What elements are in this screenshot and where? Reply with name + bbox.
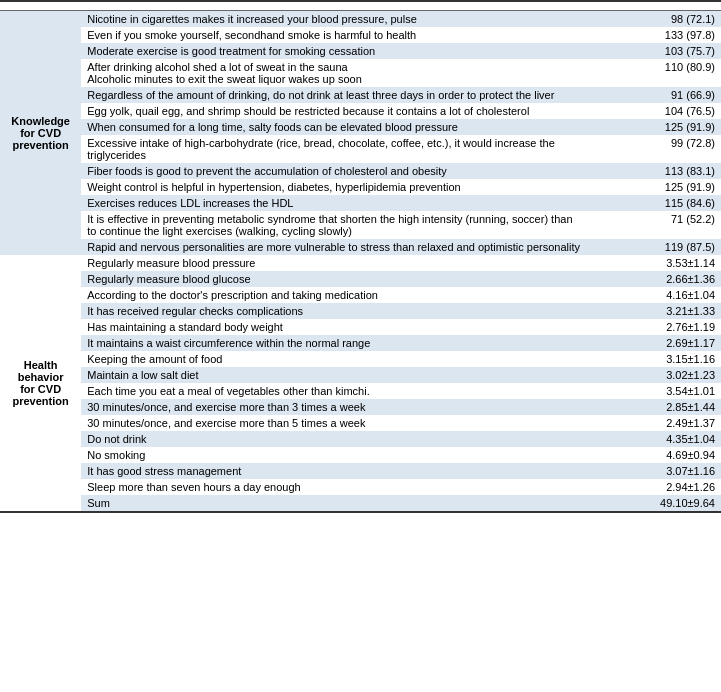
category-cell: Sum [81,495,629,512]
value-cell: 104 (76.5) [630,103,721,119]
value-cell: 113 (83.1) [630,163,721,179]
value-cell: 3.02±1.23 [630,367,721,383]
category-cell: It has good stress management [81,463,629,479]
table-row: Health behavior for CVD preventionRegula… [0,255,721,271]
table-row: Do not drink4.35±1.04 [0,431,721,447]
category-cell: Regardless of the amount of drinking, do… [81,87,629,103]
table-row: Knowledge for CVD preventionNicotine in … [0,11,721,28]
category-cell: Do not drink [81,431,629,447]
table-row: Sleep more than seven hours a day enough… [0,479,721,495]
value-cell: 2.94±1.26 [630,479,721,495]
value-cell: 2.85±1.44 [630,399,721,415]
header-n-or-m [630,1,721,11]
category-cell: It maintains a waist circumference withi… [81,335,629,351]
category-cell: Regularly measure blood pressure [81,255,629,271]
category-cell: Egg yolk, quail egg, and shrimp should b… [81,103,629,119]
value-cell: 91 (66.9) [630,87,721,103]
header-categories [81,1,629,11]
value-cell: 2.69±1.17 [630,335,721,351]
category-cell: Keeping the amount of food [81,351,629,367]
value-cell: 103 (75.7) [630,43,721,59]
category-cell: Weight control is helpful in hypertensio… [81,179,629,195]
category-cell: 30 minutes/once, and exercise more than … [81,415,629,431]
category-cell: Fiber foods is good to prevent the accum… [81,163,629,179]
table-row: Maintain a low salt diet3.02±1.23 [0,367,721,383]
table-row: Rapid and nervous personalities are more… [0,239,721,255]
table-row: Each time you eat a meal of vegetables o… [0,383,721,399]
category-cell: After drinking alcohol shed a lot of swe… [81,59,629,87]
table-row: It maintains a waist circumference withi… [0,335,721,351]
table-row: Regularly measure blood glucose2.66±1.36 [0,271,721,287]
table-row: Egg yolk, quail egg, and shrimp should b… [0,103,721,119]
value-cell: 119 (87.5) [630,239,721,255]
table-row: It is effective in preventing metabolic … [0,211,721,239]
value-cell: 4.69±0.94 [630,447,721,463]
value-cell: 71 (52.2) [630,211,721,239]
table-row: 30 minutes/once, and exercise more than … [0,415,721,431]
data-table: Knowledge for CVD preventionNicotine in … [0,0,721,513]
header-variables [0,1,81,11]
category-cell: Moderate exercise is good treatment for … [81,43,629,59]
table-row: Regardless of the amount of drinking, do… [0,87,721,103]
table-row: According to the doctor's prescription a… [0,287,721,303]
table-row: Moderate exercise is good treatment for … [0,43,721,59]
value-cell: 133 (97.8) [630,27,721,43]
table-row: Has maintaining a standard body weight2.… [0,319,721,335]
category-cell: Sleep more than seven hours a day enough [81,479,629,495]
category-cell: Exercises reduces LDL increases the HDL [81,195,629,211]
category-cell: Excessive intake of high-carbohydrate (r… [81,135,629,163]
value-cell: 125 (91.9) [630,179,721,195]
value-cell: 49.10±9.64 [630,495,721,512]
category-cell: Has maintaining a standard body weight [81,319,629,335]
table-row: It has received regular checks complicat… [0,303,721,319]
category-cell: Nicotine in cigarettes makes it increase… [81,11,629,28]
value-cell: 99 (72.8) [630,135,721,163]
value-cell: 125 (91.9) [630,119,721,135]
value-cell: 3.53±1.14 [630,255,721,271]
value-cell: 2.49±1.37 [630,415,721,431]
table-row: Weight control is helpful in hypertensio… [0,179,721,195]
table-row: Fiber foods is good to prevent the accum… [0,163,721,179]
value-cell: 3.07±1.16 [630,463,721,479]
category-cell: It has received regular checks complicat… [81,303,629,319]
table-row: Exercises reduces LDL increases the HDL1… [0,195,721,211]
category-cell: Even if you smoke yourself, secondhand s… [81,27,629,43]
category-cell: When consumed for a long time, salty foo… [81,119,629,135]
category-cell: 30 minutes/once, and exercise more than … [81,399,629,415]
table-row: After drinking alcohol shed a lot of swe… [0,59,721,87]
value-cell: 2.76±1.19 [630,319,721,335]
category-cell: It is effective in preventing metabolic … [81,211,629,239]
table-row: Even if you smoke yourself, secondhand s… [0,27,721,43]
table-row: Excessive intake of high-carbohydrate (r… [0,135,721,163]
table-row: 30 minutes/once, and exercise more than … [0,399,721,415]
table-row: No smoking4.69±0.94 [0,447,721,463]
variable-cell: Health behavior for CVD prevention [0,255,81,512]
table-row: Sum49.10±9.64 [0,495,721,512]
value-cell: 3.15±1.16 [630,351,721,367]
category-cell: No smoking [81,447,629,463]
category-cell: Regularly measure blood glucose [81,271,629,287]
category-cell: Maintain a low salt diet [81,367,629,383]
value-cell: 98 (72.1) [630,11,721,28]
table-row: Keeping the amount of food3.15±1.16 [0,351,721,367]
value-cell: 115 (84.6) [630,195,721,211]
category-cell: According to the doctor's prescription a… [81,287,629,303]
value-cell: 3.21±1.33 [630,303,721,319]
table-row: When consumed for a long time, salty foo… [0,119,721,135]
value-cell: 2.66±1.36 [630,271,721,287]
category-cell: Rapid and nervous personalities are more… [81,239,629,255]
category-cell: Each time you eat a meal of vegetables o… [81,383,629,399]
value-cell: 4.16±1.04 [630,287,721,303]
value-cell: 3.54±1.01 [630,383,721,399]
variable-cell: Knowledge for CVD prevention [0,11,81,256]
table-row: It has good stress management3.07±1.16 [0,463,721,479]
value-cell: 110 (80.9) [630,59,721,87]
value-cell: 4.35±1.04 [630,431,721,447]
